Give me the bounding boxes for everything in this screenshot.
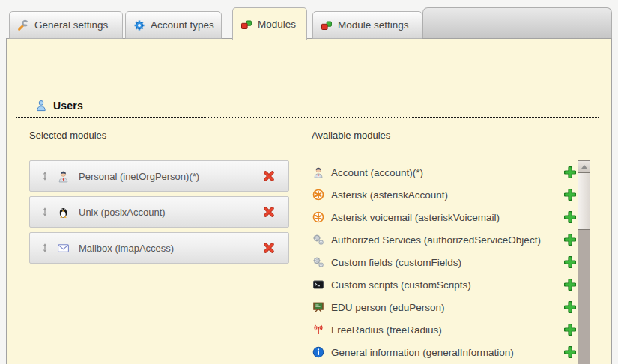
available-module-label: Custom fields (customFields) xyxy=(331,257,461,268)
gears-icon xyxy=(312,234,324,246)
available-module-label: Asterisk voicemail (asteriskVoicemail) xyxy=(331,212,500,223)
user-icon xyxy=(35,100,47,112)
users-section-header: Users xyxy=(16,100,599,118)
available-modules-label: Available modules xyxy=(312,130,390,141)
antenna-icon xyxy=(312,324,324,336)
delete-icon xyxy=(263,242,275,254)
scrollbar-up-button[interactable] xyxy=(578,160,590,172)
selected-modules-list: Personal (inetOrgPerson)(*)Unix (posixAc… xyxy=(29,160,289,268)
add-icon xyxy=(564,256,576,268)
add-module-button[interactable] xyxy=(564,346,576,358)
add-module-button[interactable] xyxy=(564,324,576,336)
modules-blocks-icon xyxy=(321,19,333,31)
available-module-row: FreeRadius (freeRadius) xyxy=(312,318,576,341)
penguin-icon xyxy=(57,206,70,219)
wrench-icon xyxy=(17,19,29,31)
modules-tab-panel: Users Selected modules Available modules… xyxy=(6,38,612,364)
available-module-label: Asterisk (asteriskAccount) xyxy=(331,189,448,201)
info-icon xyxy=(312,346,324,358)
add-module-button[interactable] xyxy=(564,279,576,291)
tab-bar-filler xyxy=(422,7,612,38)
add-module-button[interactable] xyxy=(564,256,576,268)
available-module-row: General information (generalInformation) xyxy=(312,341,576,363)
selected-modules-label: Selected modules xyxy=(29,130,106,141)
available-module-label: Account (account)(*) xyxy=(331,167,423,178)
scroll-up-arrow-icon xyxy=(581,165,587,169)
person-icon xyxy=(57,170,70,183)
tab-general-settings[interactable]: General settings xyxy=(9,11,123,39)
available-module-row: Account (account)(*) xyxy=(312,161,576,183)
add-icon xyxy=(564,346,576,358)
gears-icon xyxy=(312,256,324,268)
terminal-icon xyxy=(312,279,324,291)
chalkboard-icon xyxy=(312,301,324,313)
asterisk-icon xyxy=(312,211,324,223)
drag-handle-icon[interactable] xyxy=(39,170,51,182)
available-module-row: EDU person (eduPerson) xyxy=(312,296,576,318)
available-module-row: Asterisk (asteriskAccount) xyxy=(312,183,576,206)
asterisk-icon xyxy=(312,189,324,201)
add-icon xyxy=(564,189,576,201)
available-module-label: Authorized Services (authorizedServiceOb… xyxy=(331,234,541,246)
available-module-label: EDU person (eduPerson) xyxy=(331,302,445,313)
modules-blocks-icon xyxy=(240,19,252,31)
available-module-row: Asterisk voicemail (asteriskVoicemail) xyxy=(312,206,576,228)
add-icon xyxy=(564,234,576,246)
add-module-button[interactable] xyxy=(564,301,576,313)
available-modules-scrollbar[interactable] xyxy=(578,160,590,364)
tab-modules[interactable]: Modules xyxy=(232,7,307,40)
selected-module-label: Unix (posixAccount) xyxy=(79,207,166,218)
selected-module-row[interactable]: Mailbox (imapAccess) xyxy=(29,232,289,264)
available-module-label: Custom scripts (customScripts) xyxy=(331,279,471,291)
account-types-gear-icon xyxy=(133,19,145,31)
tab-label: Module settings xyxy=(338,19,409,31)
remove-module-button[interactable] xyxy=(263,206,275,218)
drag-handle-icon[interactable] xyxy=(39,206,51,218)
add-icon xyxy=(564,301,576,313)
tab-bar: General settingsAccount typesModulesModu… xyxy=(6,7,612,40)
remove-module-button[interactable] xyxy=(263,170,275,182)
mail-icon xyxy=(57,242,70,255)
remove-module-button[interactable] xyxy=(263,242,275,254)
selected-module-label: Personal (inetOrgPerson)(*) xyxy=(79,171,199,182)
delete-icon xyxy=(263,206,275,218)
available-module-label: General information (generalInformation) xyxy=(331,347,514,358)
drag-handle-icon[interactable] xyxy=(39,242,51,254)
tab-module-settings[interactable]: Module settings xyxy=(312,11,422,39)
add-module-button[interactable] xyxy=(564,234,576,246)
section-title: Users xyxy=(53,100,83,112)
available-module-label: FreeRadius (freeRadius) xyxy=(331,324,442,336)
person-icon xyxy=(312,166,324,178)
available-module-row: Custom scripts (customScripts) xyxy=(312,273,576,296)
available-module-row: Authorized Services (authorizedServiceOb… xyxy=(312,228,576,251)
selected-module-row[interactable]: Unix (posixAccount) xyxy=(29,196,289,228)
add-icon xyxy=(564,279,576,291)
add-module-button[interactable] xyxy=(564,166,576,178)
tab-account-types[interactable]: Account types xyxy=(125,11,222,39)
add-icon xyxy=(564,211,576,223)
available-module-row: Custom fields (customFields) xyxy=(312,251,576,273)
tab-label: General settings xyxy=(34,19,108,31)
scrollbar-thumb[interactable] xyxy=(578,172,590,230)
selected-module-label: Mailbox (imapAccess) xyxy=(79,243,174,254)
delete-icon xyxy=(263,170,275,182)
tab-label: Modules xyxy=(258,19,296,30)
add-module-button[interactable] xyxy=(564,189,576,201)
selected-module-row[interactable]: Personal (inetOrgPerson)(*) xyxy=(29,160,289,192)
add-icon xyxy=(564,324,576,336)
available-modules-list: Account (account)(*)Asterisk (asteriskAc… xyxy=(312,161,576,364)
add-module-button[interactable] xyxy=(564,211,576,223)
tab-label: Account types xyxy=(151,19,214,31)
add-icon xyxy=(564,166,576,178)
